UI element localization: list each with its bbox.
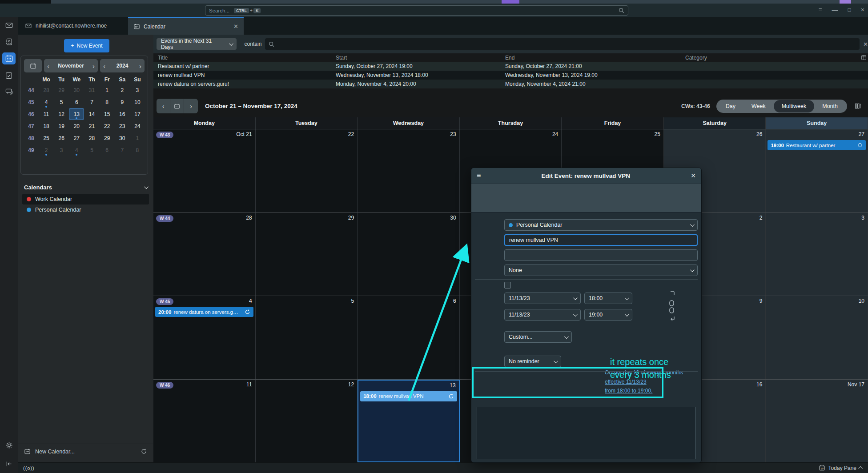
previous-period-icon[interactable]: ‹ (157, 99, 170, 113)
view-button-day[interactable]: Day (718, 100, 743, 113)
mini-calendar-day[interactable]: 31 (84, 84, 99, 96)
day-cell[interactable]: 4W 4520:00renew datura on servers.g… (153, 296, 256, 379)
day-cell[interactable]: 22 (256, 129, 358, 212)
reminder-select[interactable]: No reminder (504, 356, 561, 367)
mini-calendar-day[interactable]: 5 (84, 144, 99, 156)
end-time-select[interactable]: 19:00 (584, 309, 632, 321)
column-header[interactable]: Start (331, 55, 501, 61)
mini-calendar-today-icon[interactable] (24, 59, 42, 72)
recurrence-line-1[interactable]: Occurs day 13 of every 3 months (605, 369, 683, 376)
mini-calendar-day[interactable]: 30 (115, 132, 130, 144)
day-cell[interactable]: Nov 17 (766, 380, 868, 463)
category-select[interactable]: None (504, 265, 698, 276)
mini-calendar-day[interactable]: 21 (84, 120, 99, 132)
address-book-icon[interactable] (2, 36, 16, 48)
table-row[interactable]: renew mullvad VPNWednesday, November 13,… (153, 71, 868, 80)
mini-calendar-day[interactable]: 3 (54, 144, 69, 156)
view-button-month[interactable]: Month (814, 100, 846, 113)
day-cell[interactable]: 1318:00renew mullvad VPN (358, 380, 460, 463)
calendar-icon[interactable] (2, 52, 16, 64)
rotate-view-icon[interactable] (854, 102, 862, 110)
maximize-icon[interactable]: □ (848, 7, 851, 13)
end-date-select[interactable]: 11/13/23 (504, 309, 581, 321)
repeat-select[interactable]: Custom... (504, 331, 572, 343)
recurrence-line-3[interactable]: from 18:00 to 19:00. (605, 388, 652, 394)
recurrence-summary-link[interactable]: Occurs day 13 of every 3 months effectiv… (605, 368, 694, 396)
mini-calendar-day[interactable]: 7 (115, 144, 130, 156)
global-search-input[interactable]: Search... CTRL + K (205, 5, 628, 16)
tasks-icon[interactable] (2, 69, 16, 81)
mini-calendar-day[interactable]: 4 (69, 144, 84, 156)
location-input[interactable] (504, 249, 698, 261)
day-cell[interactable]: Oct 21W 43 (153, 129, 256, 212)
mini-calendar-day[interactable]: 7 (84, 96, 99, 108)
title-input[interactable]: renew mullvad VPN (504, 234, 698, 246)
event-range-dropdown[interactable]: Events in the Next 31 Days (157, 38, 237, 50)
calendar-list-item[interactable]: Personal Calendar (22, 204, 149, 215)
start-time-select[interactable]: 18:00 (584, 293, 632, 304)
description-textarea[interactable] (477, 407, 696, 459)
collapse-spine-icon[interactable] (2, 458, 16, 470)
connection-status-icon[interactable]: ((o)) (23, 465, 35, 471)
mini-calendar-day[interactable]: 10 (130, 96, 145, 108)
new-event-button[interactable]: + New Event (64, 39, 109, 52)
day-cell[interactable]: 30 (358, 213, 460, 296)
column-header[interactable]: End (501, 55, 681, 61)
day-cell[interactable]: 10 (766, 296, 868, 379)
tab-calendar[interactable]: Calendar ✕ (128, 17, 244, 35)
clear-filter-icon[interactable]: ✕ (863, 41, 868, 48)
column-header[interactable]: Category (681, 55, 856, 61)
mini-calendar-day[interactable]: 6 (100, 144, 115, 156)
day-cell[interactable]: 28W 44 (153, 213, 256, 296)
next-period-icon[interactable]: › (184, 99, 198, 113)
sync-calendars-icon[interactable] (141, 448, 147, 455)
tab-mail-account[interactable]: nihilist@contact.nowhere.moe (20, 17, 128, 35)
calendar-list-item[interactable]: Work Calendar (22, 194, 149, 204)
mini-calendar-day[interactable]: 11 (39, 108, 54, 120)
mini-calendar-day[interactable]: 6 (69, 96, 84, 108)
mini-calendar-day[interactable]: 24 (130, 120, 145, 132)
day-cell[interactable]: 23 (358, 129, 460, 212)
event-bar[interactable]: 19:00Restaurant w/ partner (768, 140, 866, 150)
table-row[interactable]: renew datura on servers.guru!Monday, Nov… (153, 80, 868, 88)
mini-calendar-day[interactable]: 23 (115, 120, 130, 132)
mail-icon[interactable] (2, 19, 16, 31)
column-header[interactable]: Title (153, 55, 331, 61)
mini-calendar-day[interactable]: 2 (39, 144, 54, 156)
prev-month-icon[interactable]: ‹ (47, 62, 49, 70)
close-tab-icon[interactable]: ✕ (233, 23, 238, 30)
event-bar[interactable]: 18:00renew mullvad VPN (360, 391, 457, 401)
dialog-menu-icon[interactable]: ≡ (477, 172, 481, 180)
mini-calendar-day[interactable]: 28 (84, 132, 99, 144)
mini-calendar-day[interactable]: 1 (100, 84, 115, 96)
mini-calendar-day[interactable]: 19 (54, 120, 69, 132)
mini-calendar-day[interactable]: 29 (54, 84, 69, 96)
next-year-icon[interactable]: › (139, 62, 141, 70)
mini-calendar-day[interactable]: 2 (115, 84, 130, 96)
mini-calendar-day[interactable]: 27 (69, 132, 84, 144)
minimize-icon[interactable]: — (832, 6, 838, 13)
mini-calendar-day[interactable]: 8 (100, 96, 115, 108)
day-cell[interactable]: 11W 46 (153, 380, 256, 463)
app-menu-icon[interactable]: ≡ (818, 6, 822, 13)
link-start-end-icon[interactable] (667, 289, 677, 321)
view-button-multiweek[interactable]: Multiweek (774, 100, 815, 112)
mini-calendar-day[interactable]: 1 (130, 132, 145, 144)
view-button-week[interactable]: Week (743, 100, 774, 113)
mini-calendar-day[interactable]: 17 (130, 108, 145, 120)
close-window-icon[interactable]: × (861, 6, 864, 13)
mini-calendar-day[interactable]: 18 (39, 120, 54, 132)
mini-calendar-day[interactable]: 28 (39, 84, 54, 96)
mini-calendar-day[interactable]: 25 (39, 132, 54, 144)
settings-gear-icon[interactable] (2, 439, 16, 451)
day-cell[interactable]: 12 (256, 380, 358, 463)
mini-calendar-day[interactable]: 26 (54, 132, 69, 144)
day-cell[interactable]: 29 (256, 213, 358, 296)
table-row[interactable]: Restaurant w/ partnerSunday, October 27,… (153, 62, 868, 71)
today-pane-toggle[interactable]: 19 Today Pane (819, 465, 863, 471)
go-to-today-icon[interactable] (170, 99, 184, 113)
prev-year-icon[interactable]: ‹ (103, 62, 105, 70)
mini-calendar-day[interactable]: 4 (39, 96, 54, 108)
new-calendar-button[interactable]: New Calendar... (18, 444, 153, 459)
mini-calendar-day[interactable]: 30 (69, 84, 84, 96)
